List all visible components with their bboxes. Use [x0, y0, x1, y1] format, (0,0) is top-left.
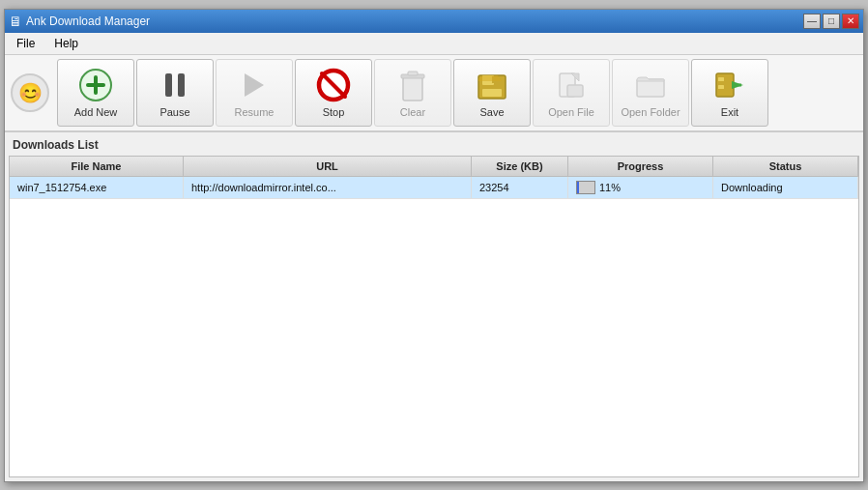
- svg-rect-2: [86, 83, 105, 87]
- title-controls: — □ ✕: [803, 14, 859, 29]
- clear-button[interactable]: Clear: [374, 59, 451, 127]
- clear-icon: [395, 68, 430, 102]
- resume-button[interactable]: Resume: [216, 59, 293, 127]
- app-logo: 😊: [11, 73, 49, 112]
- progress-bar-outer: [576, 181, 595, 194]
- title-bar: 🖥 Ank Download Manager — □ ✕: [5, 10, 863, 33]
- svg-rect-19: [637, 79, 664, 97]
- minimize-button[interactable]: —: [803, 14, 821, 29]
- col-status: Status: [713, 157, 858, 176]
- cell-progress: 11%: [568, 177, 713, 198]
- col-filename: File Name: [10, 157, 184, 176]
- resume-label: Resume: [235, 106, 275, 118]
- main-window: 🖥 Ank Download Manager — □ ✕ File Help 😊: [4, 9, 864, 482]
- svg-rect-24: [732, 83, 741, 86]
- open-folder-icon: [633, 68, 668, 102]
- svg-rect-17: [567, 85, 583, 97]
- svg-rect-9: [403, 77, 422, 101]
- clear-label: Clear: [400, 106, 425, 118]
- close-button[interactable]: ✕: [842, 14, 859, 29]
- add-new-label: Add New: [74, 106, 118, 118]
- stop-label: Stop: [323, 106, 345, 118]
- progress-bar-container: 11%: [576, 181, 705, 194]
- open-folder-label: Open Folder: [621, 106, 680, 118]
- cell-status: Downloading: [713, 177, 858, 198]
- svg-rect-22: [718, 85, 724, 89]
- progress-bar-fill: [577, 182, 579, 193]
- downloads-section: Downloads List File Name URL Size (KB) P…: [5, 132, 863, 481]
- window-title: Ank Download Manager: [26, 14, 150, 28]
- svg-rect-4: [178, 73, 185, 97]
- stop-button[interactable]: Stop: [295, 59, 372, 127]
- progress-label: 11%: [599, 182, 621, 193]
- downloads-title: Downloads List: [9, 136, 859, 156]
- svg-rect-21: [718, 77, 724, 81]
- exit-button[interactable]: Exit: [691, 59, 768, 127]
- col-progress: Progress: [568, 157, 713, 176]
- menu-bar: File Help: [5, 33, 863, 55]
- open-file-label: Open File: [548, 106, 594, 118]
- save-button[interactable]: Save: [453, 59, 531, 127]
- add-new-button[interactable]: Add New: [57, 59, 134, 127]
- downloads-table: File Name URL Size (KB) Progress Status …: [9, 156, 859, 477]
- toolbar: 😊 Add New Pause: [5, 55, 863, 132]
- add-new-icon: [78, 68, 113, 102]
- cell-filename: win7_1512754.exe: [10, 177, 184, 198]
- resume-icon: [237, 68, 272, 102]
- pause-button[interactable]: Pause: [136, 59, 214, 127]
- cell-url: http://downloadmirror.intel.co...: [184, 177, 472, 198]
- col-size: Size (KB): [472, 157, 568, 176]
- open-file-button[interactable]: Open File: [533, 59, 610, 127]
- svg-marker-5: [245, 73, 264, 97]
- maximize-button[interactable]: □: [823, 14, 840, 29]
- cell-size: 23254: [472, 177, 568, 198]
- save-icon: [475, 68, 509, 102]
- logo-icon: 😊: [18, 81, 43, 104]
- exit-icon: [712, 68, 747, 102]
- title-icon: 🖥: [9, 14, 22, 29]
- table-header: File Name URL Size (KB) Progress Status: [10, 157, 858, 177]
- stop-icon: [316, 68, 351, 102]
- menu-help[interactable]: Help: [46, 35, 86, 52]
- svg-rect-3: [165, 73, 172, 97]
- title-bar-left: 🖥 Ank Download Manager: [9, 14, 150, 29]
- pause-icon: [158, 68, 192, 102]
- svg-rect-11: [408, 72, 418, 75]
- exit-label: Exit: [721, 106, 738, 118]
- open-file-icon: [554, 68, 589, 102]
- menu-file[interactable]: File: [9, 35, 43, 52]
- svg-rect-14: [482, 89, 502, 97]
- col-url: URL: [184, 157, 472, 176]
- open-folder-button[interactable]: Open Folder: [612, 59, 689, 127]
- save-label: Save: [479, 106, 504, 118]
- pause-label: Pause: [159, 106, 189, 118]
- table-row[interactable]: win7_1512754.exe http://downloadmirror.i…: [10, 177, 858, 199]
